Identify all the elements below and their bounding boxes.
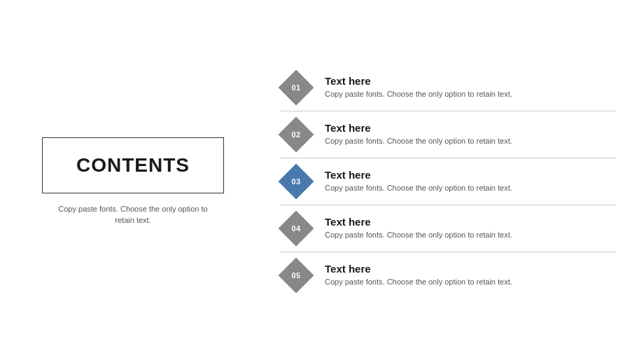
right-panel: 01 Text here Copy paste fonts. Choose th… bbox=[280, 64, 616, 299]
contents-title: CONTENTS bbox=[76, 154, 190, 177]
item-desc: Copy paste fonts. Choose the only option… bbox=[325, 136, 616, 146]
list-item: 02 Text here Copy paste fonts. Choose th… bbox=[280, 111, 616, 158]
diamond-number: 01 bbox=[291, 83, 300, 92]
list-item: 03 Text here Copy paste fonts. Choose th… bbox=[280, 158, 616, 205]
diamond-wrapper: 03 bbox=[280, 165, 312, 198]
item-heading: Text here bbox=[325, 169, 616, 181]
list-item: 05 Text here Copy paste fonts. Choose th… bbox=[280, 252, 616, 299]
item-desc: Copy paste fonts. Choose the only option… bbox=[325, 89, 616, 100]
item-heading: Text here bbox=[325, 263, 616, 275]
item-text: Text here Copy paste fonts. Choose the o… bbox=[325, 75, 616, 100]
diamond-number: 05 bbox=[291, 271, 300, 280]
diamond-wrapper: 02 bbox=[280, 118, 312, 151]
diamond-number: 02 bbox=[291, 130, 300, 139]
diamond-wrapper: 01 bbox=[280, 71, 312, 104]
list-item: 01 Text here Copy paste fonts. Choose th… bbox=[280, 64, 616, 111]
page-container: CONTENTS Copy paste fonts. Choose the on… bbox=[0, 0, 644, 363]
item-heading: Text here bbox=[325, 75, 616, 87]
diamond-wrapper: 05 bbox=[280, 259, 312, 292]
diamond-wrapper: 04 bbox=[280, 212, 312, 245]
item-desc: Copy paste fonts. Choose the only option… bbox=[325, 277, 616, 287]
list-item: 04 Text here Copy paste fonts. Choose th… bbox=[280, 205, 616, 252]
item-heading: Text here bbox=[325, 216, 616, 228]
item-desc: Copy paste fonts. Choose the only option… bbox=[325, 230, 616, 240]
item-text: Text here Copy paste fonts. Choose the o… bbox=[325, 263, 616, 287]
item-text: Text here Copy paste fonts. Choose the o… bbox=[325, 216, 616, 240]
item-desc: Copy paste fonts. Choose the only option… bbox=[325, 183, 616, 193]
diamond-number: 04 bbox=[291, 224, 300, 233]
item-text: Text here Copy paste fonts. Choose the o… bbox=[325, 122, 616, 146]
item-text: Text here Copy paste fonts. Choose the o… bbox=[325, 169, 616, 193]
left-panel: CONTENTS Copy paste fonts. Choose the on… bbox=[28, 137, 238, 226]
contents-box: CONTENTS bbox=[42, 137, 224, 193]
contents-subtitle: Copy paste fonts. Choose the only option… bbox=[49, 203, 217, 226]
diamond-number: 03 bbox=[291, 177, 300, 186]
item-heading: Text here bbox=[325, 122, 616, 134]
